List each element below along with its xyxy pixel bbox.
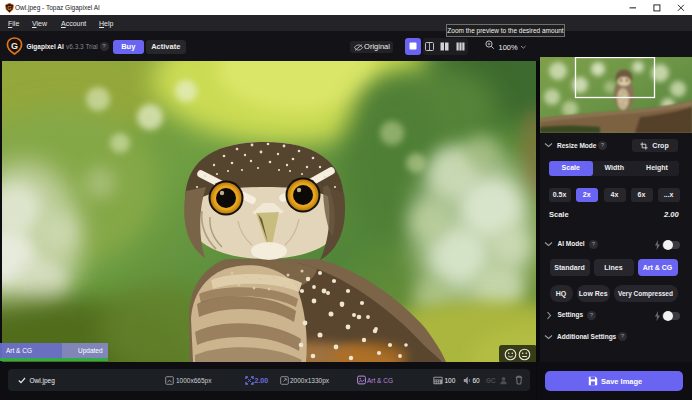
svg-text:G: G [10, 41, 17, 51]
svg-text:G: G [7, 4, 11, 10]
